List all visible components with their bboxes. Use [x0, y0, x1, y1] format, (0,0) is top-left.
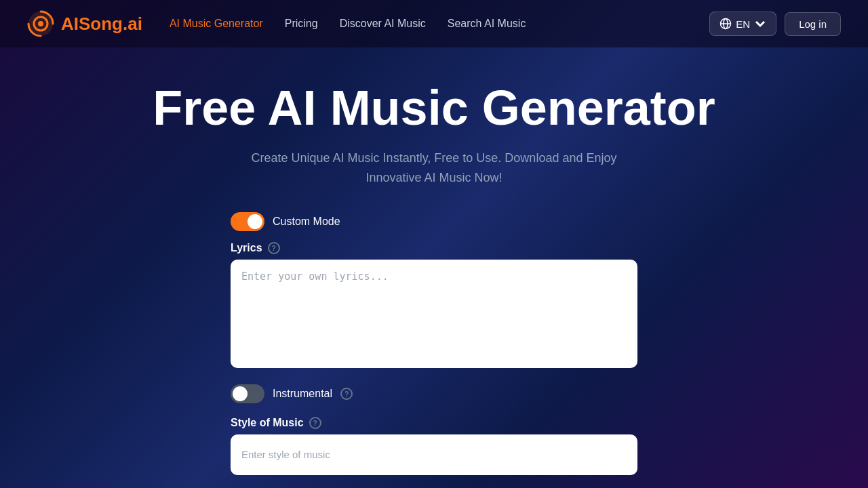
nav-link-search[interactable]: Search AI Music — [448, 18, 526, 29]
form-container: Custom Mode Lyrics ? Instrumental ? Styl… — [231, 212, 637, 475]
language-selector[interactable]: EN — [709, 12, 776, 36]
logo[interactable]: AISong.ai — [27, 10, 142, 37]
sidebar-item-ai-music-generator[interactable]: AI Music Generator — [170, 18, 263, 30]
custom-mode-row: Custom Mode — [231, 212, 637, 231]
nav-links: AI Music Generator Pricing Discover AI M… — [170, 18, 526, 30]
custom-mode-label: Custom Mode — [273, 216, 340, 228]
toggle-slider-instrumental — [231, 384, 264, 403]
nav-link-discover[interactable]: Discover AI Music — [340, 18, 426, 29]
lang-label: EN — [736, 18, 750, 30]
nav-link-ai-music-generator[interactable]: AI Music Generator — [170, 18, 263, 29]
style-input[interactable] — [231, 434, 637, 475]
chevron-down-icon — [754, 18, 766, 30]
lyrics-label-row: Lyrics ? — [231, 242, 637, 254]
navbar: AISong.ai AI Music Generator Pricing Dis… — [0, 0, 868, 47]
style-label-row: Style of Music ? — [231, 417, 637, 429]
logo-text: AISong.ai — [61, 14, 142, 35]
instrumental-row: Instrumental ? — [231, 384, 637, 403]
hero-title: Free AI Music Generator — [153, 81, 715, 135]
lyrics-label: Lyrics — [231, 242, 262, 254]
lyrics-help-icon[interactable]: ? — [268, 242, 280, 254]
navbar-left: AISong.ai AI Music Generator Pricing Dis… — [27, 10, 526, 37]
custom-mode-toggle[interactable] — [231, 212, 264, 231]
instrumental-label: Instrumental — [273, 388, 332, 400]
instrumental-toggle[interactable] — [231, 384, 264, 403]
instrumental-help-icon[interactable]: ? — [340, 388, 353, 400]
style-help-icon[interactable]: ? — [309, 417, 321, 429]
style-label: Style of Music — [231, 417, 304, 429]
lyrics-textarea[interactable] — [231, 260, 637, 368]
sidebar-item-search[interactable]: Search AI Music — [448, 18, 526, 30]
sidebar-item-discover[interactable]: Discover AI Music — [340, 18, 426, 30]
sidebar-item-pricing[interactable]: Pricing — [285, 18, 318, 30]
main-content: Free AI Music Generator Create Unique AI… — [0, 47, 868, 475]
logo-icon — [27, 10, 54, 37]
login-button[interactable]: Log in — [785, 12, 841, 36]
globe-icon — [719, 18, 732, 30]
nav-link-pricing[interactable]: Pricing — [285, 18, 318, 29]
toggle-slider-custom — [231, 212, 264, 231]
hero-subtitle: Create Unique AI Music Instantly, Free t… — [231, 148, 637, 188]
svg-point-2 — [38, 21, 43, 26]
navbar-right: EN Log in — [709, 12, 841, 36]
